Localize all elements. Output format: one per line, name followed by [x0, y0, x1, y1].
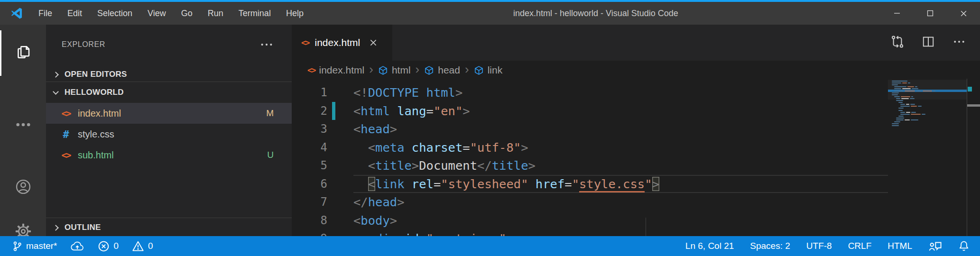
html-file-icon: <>: [60, 108, 72, 119]
code-token: >: [528, 158, 536, 173]
code-token: =: [419, 231, 426, 236]
code-line-3[interactable]: 3<head>: [292, 120, 888, 138]
code-text[interactable]: </head>: [353, 193, 888, 211]
status-label: 0: [113, 241, 119, 251]
error-icon: [98, 240, 110, 252]
minimap-line: [908, 82, 910, 83]
minimap-line: [894, 121, 900, 122]
code-text[interactable]: <body>: [353, 211, 888, 230]
status-sync[interactable]: [70, 236, 84, 256]
code-text[interactable]: <link rel="stylesheed" href="style.css">: [353, 175, 888, 193]
status-git-branch[interactable]: master*: [12, 236, 57, 256]
code-line-4[interactable]: 4 <meta charset="utf-8">: [292, 138, 888, 157]
menu-item-file[interactable]: File: [31, 2, 60, 25]
code-token: div: [375, 231, 397, 236]
minimap[interactable]: [888, 80, 967, 236]
code-line-9[interactable]: 9 <div id="container">: [292, 229, 888, 236]
breadcrumb-head[interactable]: head: [424, 64, 460, 76]
code-text[interactable]: <html lang="en">: [353, 102, 888, 120]
status-label: CRLF: [848, 241, 872, 251]
line-number: 9: [321, 229, 327, 236]
code-token: body: [361, 213, 389, 228]
file-row-index-html[interactable]: <>index.htmlM: [46, 103, 292, 124]
minimap-line: [922, 114, 925, 115]
minimize-button[interactable]: [880, 2, 914, 25]
minimap-line: [906, 112, 910, 113]
menu-item-edit[interactable]: Edit: [60, 2, 90, 25]
code-text[interactable]: <meta charset="utf-8">: [353, 138, 888, 157]
code-text[interactable]: <!DOCTYPE html>: [353, 83, 888, 102]
vscode-logo-icon: [10, 5, 24, 21]
code-token: >: [462, 104, 470, 118]
more-views-icon[interactable]: [0, 118, 46, 132]
menu-item-run[interactable]: Run: [200, 2, 231, 25]
css-file-icon: #: [60, 128, 72, 140]
menu-item-help[interactable]: Help: [278, 2, 311, 25]
status-language-mode[interactable]: HTML: [888, 236, 912, 256]
minimap-line: [892, 82, 901, 83]
line-number-gutter: 6: [292, 175, 353, 193]
status-encoding[interactable]: UTF-8: [806, 236, 832, 256]
line-number: 1: [321, 83, 327, 102]
status-warnings[interactable]: 0: [132, 236, 153, 256]
chevron-right-icon: [53, 225, 59, 231]
folder-section-header[interactable]: HELLOWORLD: [46, 82, 292, 103]
code-text[interactable]: <div id="container">: [353, 229, 888, 236]
status-notifications[interactable]: [958, 236, 970, 256]
close-button[interactable]: [947, 2, 980, 25]
sidebar-more-actions-icon[interactable]: [259, 40, 274, 51]
minimap-line: [898, 110, 903, 111]
explorer-icon[interactable]: [0, 44, 46, 61]
breadcrumb-link[interactable]: link: [474, 64, 503, 76]
menu-item-go[interactable]: Go: [174, 2, 200, 25]
status-eol[interactable]: CRLF: [848, 236, 872, 256]
minimap-line: [900, 106, 910, 107]
maximize-button[interactable]: [914, 2, 947, 25]
more-actions-icon[interactable]: [952, 37, 966, 48]
breadcrumb-index-html[interactable]: <>index.html: [307, 64, 364, 76]
code-text[interactable]: <head>: [353, 120, 888, 138]
code-token: <: [353, 122, 361, 136]
open-editors-section[interactable]: OPEN EDITORS: [46, 67, 292, 82]
code-token: <: [353, 104, 361, 118]
code-line-1[interactable]: 1<!DOCTYPE html>: [292, 83, 888, 102]
code-line-5[interactable]: 5 <title>Document</title>: [292, 156, 888, 175]
status-feedback[interactable]: [928, 236, 942, 256]
minimap-line: [896, 100, 903, 101]
file-row-style-css[interactable]: #style.css: [46, 124, 292, 145]
code-token: html: [361, 104, 389, 118]
symbol-cube-icon: [378, 65, 388, 75]
minimap-line: [900, 112, 905, 113]
code-line-6[interactable]: 6 <link rel="stylesheed" href="style.css…: [292, 175, 888, 193]
open-changes-icon[interactable]: [891, 35, 904, 50]
tab-index-html[interactable]: <> index.html: [292, 25, 392, 61]
code-token: <: [368, 231, 375, 236]
file-row-sub-html[interactable]: <>sub.htmlU: [46, 145, 292, 165]
git-modified-indicator: [332, 102, 335, 120]
code-line-7[interactable]: 7</head>: [292, 193, 888, 211]
code-token: ": [645, 177, 652, 191]
status-cursor-position[interactable]: Ln 6, Col 21: [685, 236, 734, 256]
status-errors[interactable]: 0: [98, 236, 119, 256]
symbol-cube-icon: [474, 65, 484, 75]
code-line-8[interactable]: 8<body>: [292, 211, 888, 230]
code-token: >: [390, 213, 397, 228]
minimap-line: [918, 106, 922, 107]
menu-item-selection[interactable]: Selection: [90, 2, 140, 25]
overview-ruler[interactable]: [967, 79, 980, 236]
outline-section[interactable]: OUTLINE: [46, 218, 292, 237]
tab-close-icon[interactable]: [369, 38, 378, 47]
editor-actions: [891, 35, 966, 50]
code-editor[interactable]: 1<!DOCTYPE html>2<html lang="en">3<head>…: [292, 80, 888, 236]
code-line-2[interactable]: 2<html lang="en">: [292, 102, 888, 120]
status-indentation[interactable]: Spaces: 2: [750, 236, 790, 256]
minimap-line: [896, 119, 904, 120]
menu-item-terminal[interactable]: Terminal: [231, 2, 278, 25]
split-editor-icon[interactable]: [922, 36, 934, 50]
file-name: index.html: [78, 108, 121, 119]
account-icon[interactable]: [0, 178, 46, 196]
breadcrumb-html[interactable]: html: [378, 64, 411, 76]
code-text[interactable]: <title>Document</title>: [353, 156, 888, 175]
menu-item-view[interactable]: View: [140, 2, 174, 25]
ruler-modified-mark: [968, 87, 972, 91]
